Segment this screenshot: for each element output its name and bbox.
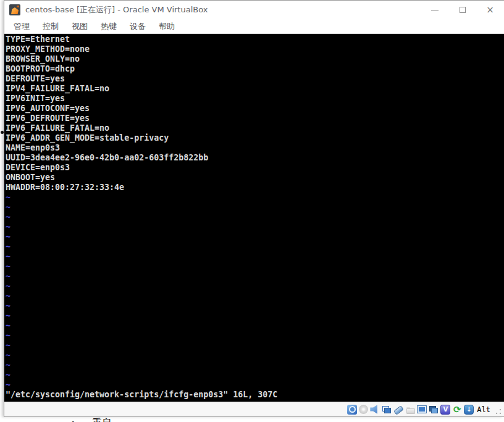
terminal-lines: TYPE=EthernetPROXY_METHOD=noneBROWSER_ON… [6,35,504,390]
minimize-button[interactable] [421,1,448,19]
tilde-line: ~ [6,252,504,262]
tilde-line: ~ [6,242,504,252]
vbox-features-icon[interactable]: V [440,405,450,415]
config-line: UUID=3dea4ee2-96e0-42b0-aa02-603ff2b822b… [6,153,504,163]
hard-disk-icon[interactable] [347,405,357,415]
close-icon: × [486,4,494,15]
config-line: DEVICE=enp0s3 [6,163,504,173]
menu-item-control[interactable]: 控制 [38,20,64,33]
hostkey-label: Alt [477,405,490,414]
config-line: IPV6INIT=yes [6,94,504,104]
maximize-button[interactable] [448,1,476,19]
tilde-line: ~ [6,212,504,222]
virtualbox-logo-icon [9,4,20,15]
config-line: IPV6_DEFROUTE=yes [6,114,504,123]
tilde-line: ~ [6,291,504,301]
tilde-line: ~ [6,222,504,232]
optical-disc-icon[interactable] [359,405,368,414]
vim-status-line: "/etc/sysconfig/network-scripts/ifcfg-en… [6,390,504,400]
menu-item-help[interactable]: 帮助 [154,20,180,33]
virtualbox-window: centos-base [正在运行] - Oracle VM VirtualBo… [4,0,504,417]
background-doc-strip: • 重启 [0,417,504,422]
resize-grip[interactable] [495,408,502,415]
tilde-line: ~ [6,350,504,360]
config-line: DEFROUTE=yes [6,74,504,84]
tilde-line: ~ [6,232,504,242]
config-line: BOOTPROTO=dhcp [6,64,504,74]
tilde-line: ~ [6,321,504,331]
tilde-line: ~ [6,301,504,311]
tilde-line: ~ [6,281,504,291]
tilde-line: ~ [6,360,504,370]
config-line: ONBOOT=yes [6,173,504,183]
network-icon[interactable] [382,405,392,415]
audio-icon[interactable] [370,405,380,415]
config-line: PROXY_METHOD=none [6,44,504,54]
config-line: IPV6_ADDR_GEN_MODE=stable-privacy [6,133,504,143]
title-bar[interactable]: centos-base [正在运行] - Oracle VM VirtualBo… [4,1,504,19]
keyboard-capture-icon[interactable]: ↓ [464,405,474,415]
config-line: IPV6_AUTOCONF=yes [6,104,504,114]
background-doc-text: 重启 [93,417,111,422]
close-button[interactable]: × [476,1,504,19]
tilde-line: ~ [6,380,504,390]
shared-folder-icon[interactable] [405,405,415,415]
minimize-icon [431,10,439,10]
menu-item-hotkeys[interactable]: 热键 [96,20,122,33]
tilde-line: ~ [6,331,504,341]
config-line: NAME=enp0s3 [6,143,504,153]
menu-item-view[interactable]: 视图 [67,20,93,33]
window-controls: × [421,1,504,19]
tilde-line: ~ [6,271,504,281]
statusbar-icons: V⟳↓ [345,405,474,415]
config-line: BROWSER_ONLY=no [6,54,504,64]
config-line: HWADDR=08:00:27:32:33:4e [6,183,504,192]
mouse-integration-icon[interactable]: ⟳ [452,405,462,415]
display-icon[interactable] [417,405,427,415]
tilde-line: ~ [6,341,504,350]
menu-item-devices[interactable]: 设备 [125,20,151,33]
tilde-line: ~ [6,192,504,202]
menu-bar: 管理控制视图热键设备帮助 [4,19,504,34]
tilde-line: ~ [6,202,504,212]
tilde-line: ~ [6,262,504,271]
tilde-line: ~ [6,370,504,380]
tilde-line: ~ [6,311,504,321]
vm-status-bar: V⟳↓ Alt [4,402,504,416]
recording-icon[interactable] [429,405,439,415]
window-title: centos-base [正在运行] - Oracle VM VirtualBo… [25,4,208,15]
config-line: TYPE=Ethernet [6,35,504,44]
menu-item-manage[interactable]: 管理 [9,20,35,33]
config-line: IPV6_FAILURE_FATAL=no [6,123,504,133]
background-doc-bullet-glyph: • [71,418,75,422]
config-line: IPV4_FAILURE_FATAL=no [6,84,504,94]
vm-terminal[interactable]: TYPE=EthernetPROXY_METHOD=noneBROWSER_ON… [4,34,504,402]
usb-icon[interactable] [393,405,403,415]
maximize-icon [460,7,466,13]
